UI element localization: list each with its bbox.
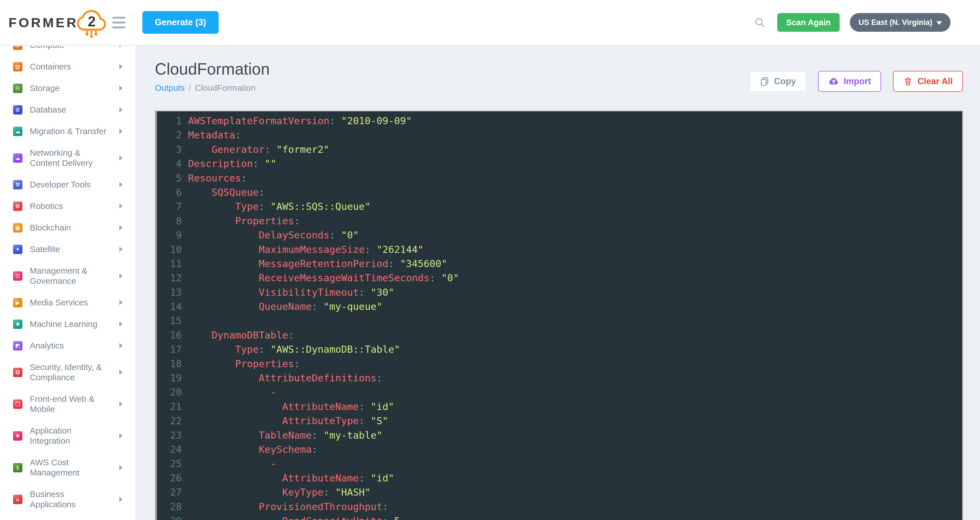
line-number: 19: [157, 371, 182, 385]
analytics-icon: ◩: [13, 341, 22, 350]
sidebar-item-management-governance[interactable]: ⊡Management &Governance: [13, 266, 135, 286]
sidebar-item-label: Security, Identity, &Compliance: [30, 362, 115, 382]
robotics-icon: ⚙: [13, 202, 22, 211]
sidebar-item-label: Migration & Transfer: [30, 126, 115, 137]
chevron-right-icon: [119, 86, 123, 91]
code-line-17: 17 Type: "AWS::DynamoDB::Table": [157, 342, 962, 356]
line-number: 6: [157, 185, 182, 199]
page-head: CloudFormation Outputs / CloudFormation …: [155, 60, 963, 93]
sidebar-menu: ⊞Compute▥Containers⊟Storage≣Database☁Mig…: [0, 46, 135, 520]
line-number: 3: [157, 142, 182, 156]
application-integration-icon: ❖: [13, 431, 22, 440]
search-icon[interactable]: [754, 17, 765, 28]
menu-icon[interactable]: [111, 15, 127, 30]
sidebar-item-security-identity-compliance[interactable]: ✪Security, Identity, &Compliance: [13, 362, 135, 382]
region-dropdown[interactable]: US East (N. Virginia): [850, 13, 950, 32]
sidebar-item-blockchain[interactable]: ▦Blockchain: [13, 223, 135, 233]
line-number: 22: [157, 413, 182, 428]
sidebar-item-analytics[interactable]: ◩Analytics: [13, 340, 135, 351]
front-end-web-mobile-icon: ❐: [13, 399, 22, 409]
sidebar-item-label: Containers: [30, 62, 115, 72]
management-governance-icon: ⊡: [13, 271, 22, 281]
sidebar-item-label: Database: [30, 105, 115, 115]
networking-content-delivery-icon: ☁: [13, 153, 22, 163]
sidebar-item-label: Front-end Web &Mobile: [30, 394, 115, 414]
sidebar-item-business-applications[interactable]: ⌂BusinessApplications: [13, 489, 135, 509]
aws-cost-management-icon: $: [13, 463, 22, 472]
sidebar-item-robotics[interactable]: ⚙Robotics: [13, 201, 135, 211]
sidebar-item-label: ApplicationIntegration: [30, 426, 115, 446]
sidebar-item-containers[interactable]: ▥Containers: [13, 62, 135, 72]
sidebar-item-application-integration[interactable]: ❖ApplicationIntegration: [13, 426, 135, 446]
region-label: US East (N. Virginia): [858, 18, 932, 27]
import-button[interactable]: Import: [818, 71, 881, 92]
line-number: 7: [157, 199, 182, 213]
app-header: FORMER 2 Generate (3) Scan Again US East…: [0, 0, 980, 45]
media-services-icon: ▶: [13, 298, 22, 307]
sidebar-item-developer-tools[interactable]: ⚒Developer Tools: [13, 180, 135, 190]
code-line-23: 23 TableName: "my-table": [157, 428, 962, 442]
compute-icon: ⊞: [13, 46, 22, 50]
line-number: 29: [157, 514, 182, 520]
line-number: 9: [157, 228, 182, 242]
sidebar-item-compute[interactable]: ⊞Compute: [13, 46, 135, 50]
line-number: 14: [157, 299, 182, 313]
line-number: 4: [157, 156, 182, 171]
code-line-3: 3 Generator: "former2": [157, 142, 962, 156]
business-applications-icon: ⌂: [13, 495, 22, 504]
line-number: 11: [157, 257, 182, 271]
code-line-1: 1AWSTemplateFormatVersion: "2010-09-09": [157, 114, 962, 128]
copy-button[interactable]: Copy: [749, 71, 806, 92]
sidebar-item-label: AWS CostManagement: [30, 457, 115, 478]
breadcrumb-current: CloudFormation: [195, 83, 255, 93]
sidebar-item-satellite[interactable]: ✦Satellite: [13, 244, 135, 254]
chevron-right-icon: [119, 370, 123, 375]
chevron-right-icon: [119, 246, 123, 252]
sidebar-item-storage[interactable]: ⊟Storage: [13, 83, 135, 93]
line-number: 21: [157, 399, 182, 413]
action-buttons: Copy Import Clear All: [749, 71, 963, 92]
code-line-12: 12 ReceiveMessageWaitTimeSeconds: "0": [157, 271, 962, 285]
sidebar-item-media-services[interactable]: ▶Media Services: [13, 297, 135, 308]
code-line-21: 21 AttributeName: "id": [157, 399, 962, 413]
sidebar-item-label: Compute: [30, 46, 115, 50]
chevron-right-icon: [119, 107, 123, 112]
generate-button[interactable]: Generate (3): [142, 11, 219, 34]
breadcrumb-link-outputs[interactable]: Outputs: [155, 83, 185, 93]
app-logo[interactable]: FORMER 2: [8, 4, 106, 41]
sidebar-item-label: Machine Learning: [30, 319, 115, 329]
line-number: 28: [157, 499, 182, 514]
code-line-20: 20 -: [157, 385, 962, 399]
sidebar-item-front-end-web-mobile[interactable]: ❐Front-end Web &Mobile: [13, 394, 135, 414]
code-line-29: 29 ReadCapacityUnits: 5: [157, 514, 962, 520]
chevron-right-icon: [119, 401, 123, 407]
code-line-14: 14 QueueName: "my-queue": [157, 299, 962, 313]
line-number: 25: [157, 456, 182, 471]
code-line-7: 7 Type: "AWS::SQS::Queue": [157, 199, 962, 213]
chevron-right-icon: [119, 155, 123, 161]
line-number: 8: [157, 214, 182, 228]
sidebar-item-aws-cost-management[interactable]: $AWS CostManagement: [13, 457, 135, 478]
sidebar-item-label: Networking &Content Delivery: [30, 148, 115, 168]
line-number: 16: [157, 328, 182, 342]
developer-tools-icon: ⚒: [13, 180, 22, 189]
code-editor[interactable]: 1AWSTemplateFormatVersion: "2010-09-09"2…: [155, 111, 963, 520]
logo-text: FORMER: [8, 15, 78, 30]
code-line-15: 15: [157, 313, 962, 328]
sidebar-item-networking-content-delivery[interactable]: ☁Networking &Content Delivery: [13, 148, 135, 168]
sidebar-item-label: Robotics: [30, 201, 115, 211]
line-number: 20: [157, 385, 182, 399]
code-line-10: 10 MaximumMessageSize: "262144": [157, 242, 962, 257]
database-icon: ≣: [13, 105, 22, 114]
copy-icon: [760, 76, 769, 86]
scan-again-button[interactable]: Scan Again: [777, 13, 840, 32]
sidebar-item-migration-transfer[interactable]: ☁Migration & Transfer: [13, 126, 135, 137]
chevron-right-icon: [119, 433, 123, 438]
sidebar-item-database[interactable]: ≣Database: [13, 105, 135, 115]
sidebar-item-machine-learning[interactable]: ❋Machine Learning: [13, 319, 135, 329]
line-number: 5: [157, 171, 182, 185]
chevron-right-icon: [119, 300, 123, 305]
code-line-5: 5Resources:: [157, 171, 962, 185]
clear-all-button[interactable]: Clear All: [893, 71, 963, 92]
chevron-right-icon: [119, 465, 123, 470]
